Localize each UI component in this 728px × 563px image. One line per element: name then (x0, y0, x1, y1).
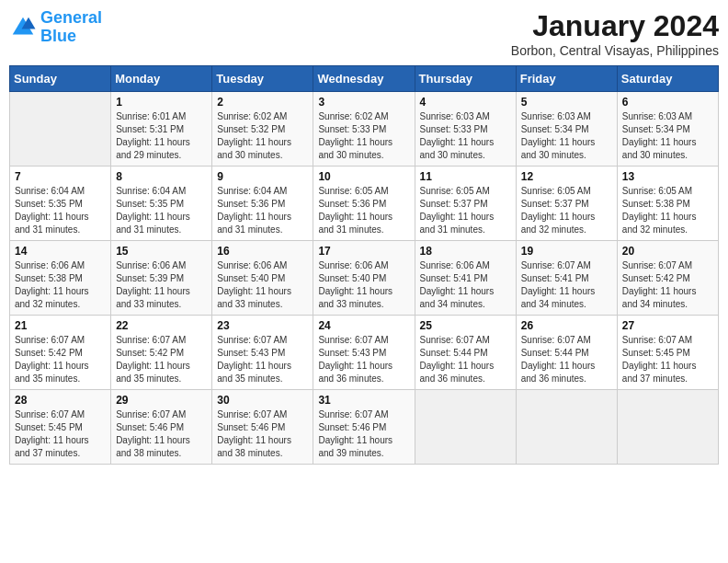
calendar-week-row: 14Sunrise: 6:06 AM Sunset: 5:38 PM Dayli… (10, 241, 719, 316)
day-info: Sunrise: 6:07 AM Sunset: 5:42 PM Dayligh… (15, 334, 106, 385)
day-info: Sunrise: 6:07 AM Sunset: 5:45 PM Dayligh… (15, 408, 106, 460)
calendar-cell (617, 390, 718, 465)
day-number: 4 (420, 96, 511, 109)
day-info: Sunrise: 6:07 AM Sunset: 5:45 PM Dayligh… (622, 334, 713, 385)
day-info: Sunrise: 6:04 AM Sunset: 5:35 PM Dayligh… (116, 185, 207, 236)
calendar-cell: 1Sunrise: 6:01 AM Sunset: 5:31 PM Daylig… (111, 92, 212, 167)
day-info: Sunrise: 6:07 AM Sunset: 5:46 PM Dayligh… (318, 408, 409, 460)
day-number: 22 (116, 319, 207, 332)
calendar-cell: 5Sunrise: 6:03 AM Sunset: 5:34 PM Daylig… (516, 92, 617, 167)
calendar-cell: 9Sunrise: 6:04 AM Sunset: 5:36 PM Daylig… (212, 167, 313, 241)
day-number: 3 (318, 96, 409, 109)
calendar-cell: 2Sunrise: 6:02 AM Sunset: 5:32 PM Daylig… (212, 92, 313, 167)
day-info: Sunrise: 6:03 AM Sunset: 5:33 PM Dayligh… (420, 110, 511, 162)
calendar-cell: 19Sunrise: 6:07 AM Sunset: 5:41 PM Dayli… (516, 241, 617, 316)
day-number: 29 (116, 394, 207, 407)
weekday-header: Thursday (415, 66, 516, 92)
day-number: 27 (622, 319, 713, 332)
calendar-week-row: 7Sunrise: 6:04 AM Sunset: 5:35 PM Daylig… (10, 167, 719, 241)
calendar-cell: 3Sunrise: 6:02 AM Sunset: 5:33 PM Daylig… (313, 92, 415, 167)
calendar-week-row: 21Sunrise: 6:07 AM Sunset: 5:42 PM Dayli… (10, 316, 719, 390)
weekday-header-row: SundayMondayTuesdayWednesdayThursdayFrid… (10, 66, 719, 92)
day-number: 15 (116, 245, 207, 258)
day-info: Sunrise: 6:01 AM Sunset: 5:31 PM Dayligh… (116, 110, 207, 162)
day-info: Sunrise: 6:04 AM Sunset: 5:36 PM Dayligh… (217, 185, 308, 236)
calendar-cell: 21Sunrise: 6:07 AM Sunset: 5:42 PM Dayli… (10, 316, 111, 390)
day-number: 26 (521, 319, 612, 332)
calendar-table: SundayMondayTuesdayWednesdayThursdayFrid… (9, 65, 719, 465)
calendar-cell: 15Sunrise: 6:06 AM Sunset: 5:39 PM Dayli… (111, 241, 212, 316)
day-info: Sunrise: 6:05 AM Sunset: 5:38 PM Dayligh… (622, 185, 713, 236)
day-info: Sunrise: 6:06 AM Sunset: 5:38 PM Dayligh… (15, 259, 106, 311)
day-number: 6 (622, 96, 713, 109)
day-number: 21 (15, 319, 106, 332)
day-number: 31 (318, 394, 409, 407)
calendar-cell: 14Sunrise: 6:06 AM Sunset: 5:38 PM Dayli… (10, 241, 111, 316)
day-info: Sunrise: 6:02 AM Sunset: 5:33 PM Dayligh… (318, 110, 409, 162)
calendar-cell (415, 390, 516, 465)
logo-icon (9, 14, 37, 41)
day-number: 19 (521, 245, 612, 258)
day-info: Sunrise: 6:05 AM Sunset: 5:36 PM Dayligh… (318, 185, 409, 236)
calendar-cell: 12Sunrise: 6:05 AM Sunset: 5:37 PM Dayli… (516, 167, 617, 241)
day-info: Sunrise: 6:03 AM Sunset: 5:34 PM Dayligh… (622, 110, 713, 162)
day-info: Sunrise: 6:07 AM Sunset: 5:46 PM Dayligh… (217, 408, 308, 460)
day-info: Sunrise: 6:06 AM Sunset: 5:39 PM Dayligh… (116, 259, 207, 311)
logo-line2: Blue (40, 27, 76, 45)
calendar-cell (516, 390, 617, 465)
logo-line1: General (40, 8, 102, 27)
day-info: Sunrise: 6:05 AM Sunset: 5:37 PM Dayligh… (521, 185, 612, 236)
page-header: General Blue January 2024 Borbon, Centra… (9, 9, 719, 58)
day-number: 9 (217, 170, 308, 183)
day-number: 13 (622, 170, 713, 183)
day-info: Sunrise: 6:07 AM Sunset: 5:43 PM Dayligh… (217, 334, 308, 385)
day-number: 2 (217, 96, 308, 109)
day-info: Sunrise: 6:07 AM Sunset: 5:42 PM Dayligh… (116, 334, 207, 385)
calendar-week-row: 1Sunrise: 6:01 AM Sunset: 5:31 PM Daylig… (10, 92, 719, 167)
day-number: 24 (318, 319, 409, 332)
day-info: Sunrise: 6:07 AM Sunset: 5:41 PM Dayligh… (521, 259, 612, 311)
logo-text: General Blue (40, 9, 102, 46)
day-info: Sunrise: 6:06 AM Sunset: 5:40 PM Dayligh… (217, 259, 308, 311)
day-info: Sunrise: 6:03 AM Sunset: 5:34 PM Dayligh… (521, 110, 612, 162)
calendar-cell: 25Sunrise: 6:07 AM Sunset: 5:44 PM Dayli… (415, 316, 516, 390)
day-info: Sunrise: 6:02 AM Sunset: 5:32 PM Dayligh… (217, 110, 308, 162)
logo: General Blue (9, 9, 102, 46)
weekday-header: Tuesday (212, 66, 313, 92)
day-number: 28 (15, 394, 106, 407)
calendar-cell: 6Sunrise: 6:03 AM Sunset: 5:34 PM Daylig… (617, 92, 718, 167)
calendar-cell: 30Sunrise: 6:07 AM Sunset: 5:46 PM Dayli… (212, 390, 313, 465)
calendar-cell: 27Sunrise: 6:07 AM Sunset: 5:45 PM Dayli… (617, 316, 718, 390)
calendar-cell: 7Sunrise: 6:04 AM Sunset: 5:35 PM Daylig… (10, 167, 111, 241)
day-number: 11 (420, 170, 511, 183)
day-info: Sunrise: 6:05 AM Sunset: 5:37 PM Dayligh… (420, 185, 511, 236)
day-number: 1 (116, 96, 207, 109)
calendar-cell: 4Sunrise: 6:03 AM Sunset: 5:33 PM Daylig… (415, 92, 516, 167)
weekday-header: Sunday (10, 66, 111, 92)
calendar-cell: 16Sunrise: 6:06 AM Sunset: 5:40 PM Dayli… (212, 241, 313, 316)
calendar-cell: 18Sunrise: 6:06 AM Sunset: 5:41 PM Dayli… (415, 241, 516, 316)
calendar-cell: 28Sunrise: 6:07 AM Sunset: 5:45 PM Dayli… (10, 390, 111, 465)
day-number: 30 (217, 394, 308, 407)
day-info: Sunrise: 6:07 AM Sunset: 5:46 PM Dayligh… (116, 408, 207, 460)
day-info: Sunrise: 6:07 AM Sunset: 5:44 PM Dayligh… (420, 334, 511, 385)
calendar-cell: 31Sunrise: 6:07 AM Sunset: 5:46 PM Dayli… (313, 390, 415, 465)
weekday-header: Wednesday (313, 66, 415, 92)
day-number: 25 (420, 319, 511, 332)
calendar-cell: 24Sunrise: 6:07 AM Sunset: 5:43 PM Dayli… (313, 316, 415, 390)
day-number: 17 (318, 245, 409, 258)
day-number: 8 (116, 170, 207, 183)
calendar-cell: 13Sunrise: 6:05 AM Sunset: 5:38 PM Dayli… (617, 167, 718, 241)
day-number: 7 (15, 170, 106, 183)
calendar-cell: 29Sunrise: 6:07 AM Sunset: 5:46 PM Dayli… (111, 390, 212, 465)
day-number: 12 (521, 170, 612, 183)
weekday-header: Monday (111, 66, 212, 92)
weekday-header: Friday (516, 66, 617, 92)
day-info: Sunrise: 6:07 AM Sunset: 5:42 PM Dayligh… (622, 259, 713, 311)
day-info: Sunrise: 6:04 AM Sunset: 5:35 PM Dayligh… (15, 185, 106, 236)
calendar-cell: 26Sunrise: 6:07 AM Sunset: 5:44 PM Dayli… (516, 316, 617, 390)
calendar-cell: 23Sunrise: 6:07 AM Sunset: 5:43 PM Dayli… (212, 316, 313, 390)
calendar-cell: 10Sunrise: 6:05 AM Sunset: 5:36 PM Dayli… (313, 167, 415, 241)
calendar-cell: 11Sunrise: 6:05 AM Sunset: 5:37 PM Dayli… (415, 167, 516, 241)
calendar-cell: 17Sunrise: 6:06 AM Sunset: 5:40 PM Dayli… (313, 241, 415, 316)
